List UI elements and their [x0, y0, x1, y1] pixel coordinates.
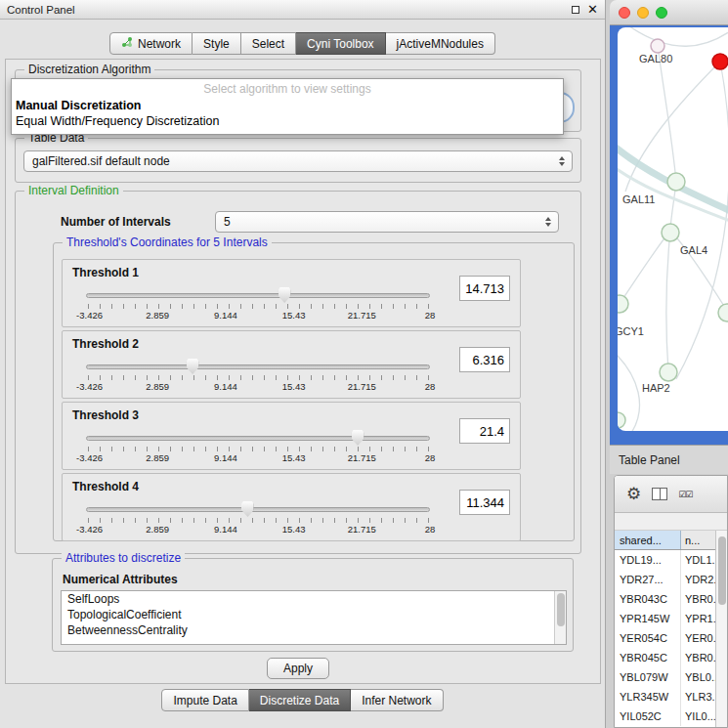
- threshold-slider: -3.426 2.859 9.144 15.43 21.715 28: [86, 429, 430, 468]
- table-scrollbar-thumb[interactable]: [718, 536, 726, 605]
- column-chooser-icon[interactable]: [652, 488, 667, 500]
- node-edge-cut[interactable]: [618, 412, 625, 428]
- tick-label: 2.859: [146, 381, 169, 392]
- tab-cyni-toolbox[interactable]: Cyni Toolbox: [296, 32, 385, 55]
- tab-label: Cyni Toolbox: [307, 37, 373, 51]
- node-gal4[interactable]: [662, 224, 679, 241]
- table-cell: YDR27...: [615, 570, 681, 589]
- dropdown-option-equal-width[interactable]: Equal Width/Frequency Discretization: [12, 113, 563, 129]
- threshold-value-field[interactable]: 14.713: [459, 276, 510, 301]
- slider-tick-labels: -3.426 2.859 9.144 15.43 21.715 28: [86, 381, 430, 393]
- table-row[interactable]: YER054C YER0...: [615, 628, 715, 648]
- threshold-value-field[interactable]: 6.316: [459, 347, 510, 372]
- threshold-slider-thumb[interactable]: [278, 287, 291, 303]
- tab-select[interactable]: Select: [241, 32, 296, 55]
- number-of-intervals-combobox[interactable]: 5: [215, 211, 559, 233]
- tab-infer-network[interactable]: Infer Network: [351, 689, 443, 711]
- threshold-slider: -3.426 2.859 9.144 15.43 21.715 28: [86, 358, 430, 397]
- tick-label: -3.426: [76, 524, 103, 535]
- table-data-combobox[interactable]: galFiltered.sif default node: [23, 150, 573, 172]
- table-cell: YIL0...: [681, 707, 715, 726]
- attributes-scrollbar[interactable]: [554, 591, 566, 644]
- column-header-name[interactable]: n...: [681, 531, 715, 549]
- number-of-intervals-value: 5: [224, 215, 231, 229]
- threshold-slider-track[interactable]: [86, 507, 430, 512]
- tick-label: 15.43: [282, 310, 306, 321]
- tick-label: 2.859: [146, 310, 169, 321]
- attribute-list-item[interactable]: TopologicalCoefficient: [62, 607, 566, 622]
- node-selected-red[interactable]: [712, 54, 728, 69]
- node-label-hap2: HAP2: [642, 382, 670, 394]
- tab-style[interactable]: Style: [193, 32, 241, 55]
- table-row[interactable]: YPR145W YPR1...: [615, 609, 715, 628]
- table-row[interactable]: YIL052C YIL0...: [615, 707, 715, 726]
- interval-definition-label: Interval Definition: [24, 184, 123, 197]
- table-data-selected-value: galFiltered.sif default node: [32, 154, 170, 168]
- table-cell: YDR2...: [681, 570, 715, 589]
- tick-label: 28: [425, 524, 436, 535]
- minimize-traffic-light-icon[interactable]: [637, 7, 649, 19]
- slider-tick-labels: -3.426 2.859 9.144 15.43 21.715 28: [86, 452, 430, 464]
- zoom-traffic-light-icon[interactable]: [656, 7, 667, 19]
- tab-label: Style: [203, 37, 230, 51]
- table-cell: YBL0...: [681, 667, 715, 687]
- threshold-slider-track[interactable]: [86, 364, 430, 369]
- threshold-slider-thumb[interactable]: [352, 430, 364, 446]
- table-cell: YBR0...: [681, 648, 715, 667]
- close-icon[interactable]: ✕: [587, 3, 598, 16]
- threshold-value-field[interactable]: 21.4: [459, 418, 510, 444]
- table-row[interactable]: YBR045C YBR0...: [615, 648, 715, 667]
- threshold-row: Threshold 4 -3.426 2.859 9.144: [62, 473, 521, 541]
- node-edge-cut[interactable]: [718, 304, 728, 321]
- tab-label: Discretize Data: [260, 694, 339, 707]
- close-traffic-light-icon[interactable]: [619, 7, 630, 19]
- dropdown-placeholder-item[interactable]: Select algorithm to view settings: [12, 82, 563, 98]
- apply-button[interactable]: Apply: [267, 658, 329, 679]
- table-row[interactable]: YBR043C YBR0...: [615, 589, 715, 609]
- float-window-icon[interactable]: [572, 6, 579, 14]
- tab-impute-data[interactable]: Impute Data: [161, 689, 248, 711]
- attribute-list-item[interactable]: SelfLoops: [62, 591, 566, 607]
- tab-network[interactable]: Network: [109, 32, 193, 55]
- threshold-slider-track[interactable]: [86, 293, 430, 298]
- node-gal11[interactable]: [667, 173, 685, 191]
- table-panel-title: Table Panel: [610, 445, 728, 474]
- tab-discretize-data[interactable]: Discretize Data: [249, 689, 351, 711]
- threshold-slider-track[interactable]: [86, 436, 430, 441]
- select-columns-icon[interactable]: ☑☑: [678, 491, 692, 498]
- slider-tick-labels: -3.426 2.859 9.144 15.43 21.715 28: [86, 310, 430, 321]
- column-header-shared-name[interactable]: shared...: [615, 531, 681, 549]
- table-cell: YER0...: [681, 628, 715, 648]
- table-row[interactable]: YDR27... YDR2...: [615, 570, 715, 589]
- tick-label: 28: [425, 310, 436, 321]
- dropdown-option-manual-discretization[interactable]: Manual Discretization: [12, 98, 563, 113]
- window-buttons: ✕: [572, 3, 598, 16]
- tick-label: 9.144: [214, 524, 237, 535]
- tick-label: 21.715: [348, 310, 376, 321]
- threshold-slider-thumb[interactable]: [241, 501, 254, 517]
- gear-icon[interactable]: ⚙: [626, 486, 641, 502]
- table-data-group: Table Data galFiltered.sif default node: [15, 138, 581, 183]
- table-row[interactable]: YLR345W YLR3...: [615, 687, 715, 707]
- table-cell: YBR0...: [681, 589, 715, 609]
- discretization-algorithm-label: Discretization Algorithm: [24, 63, 154, 76]
- tick-label: 9.144: [214, 452, 237, 463]
- node-gal80[interactable]: [651, 39, 664, 53]
- cyni-toolbox-panel: Discretization Algorithm Select algorith…: [5, 59, 601, 684]
- table-row[interactable]: YDL19... YDL1...: [615, 550, 715, 570]
- threshold-label: Threshold 2: [72, 337, 139, 351]
- table-row[interactable]: YBL079W YBL0...: [615, 667, 715, 687]
- table-header-row: shared... n...: [615, 531, 715, 550]
- node-gcy1[interactable]: [618, 295, 628, 313]
- attributes-scrollbar-thumb[interactable]: [557, 593, 565, 626]
- threshold-label: Threshold 4: [72, 480, 139, 493]
- node-hap2[interactable]: [660, 364, 677, 381]
- threshold-slider-thumb[interactable]: [187, 359, 199, 374]
- network-canvas[interactable]: GAL80 GAL11 GAL4 GCY1 HAP2: [618, 27, 728, 431]
- attribute-list-item[interactable]: BetweennessCentrality: [62, 622, 566, 638]
- table-scrollbar[interactable]: [715, 531, 727, 727]
- table-cell: YDL19...: [615, 550, 681, 570]
- tab-jactivemnodules[interactable]: jActiveMNodules: [386, 32, 495, 55]
- threshold-value-field[interactable]: 11.344: [459, 490, 510, 515]
- slider-tick-labels: -3.426 2.859 9.144 15.43 21.715 28: [86, 524, 430, 535]
